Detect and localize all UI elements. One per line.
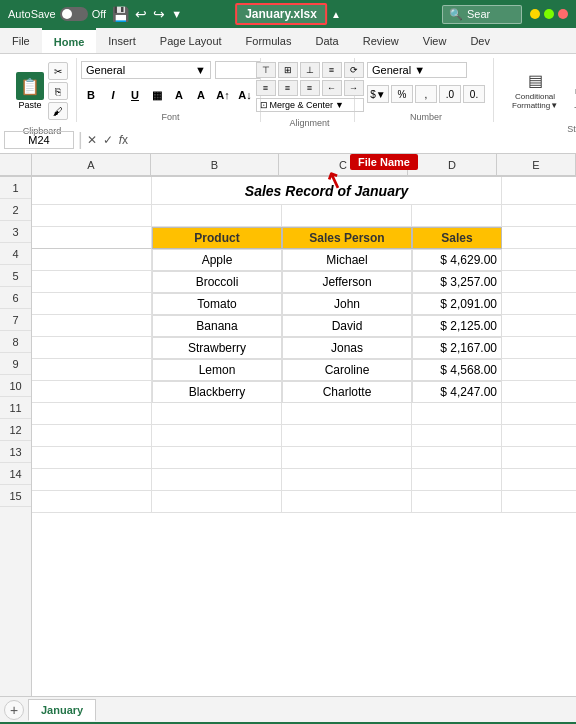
cell-e6[interactable] xyxy=(502,293,576,315)
italic-button[interactable]: I xyxy=(103,86,123,104)
cell-e9[interactable] xyxy=(502,359,576,381)
cell-a8[interactable] xyxy=(32,337,152,359)
cell-a15[interactable] xyxy=(32,491,152,513)
row-header-3[interactable]: 3 xyxy=(0,221,31,243)
row-header-4[interactable]: 4 xyxy=(0,243,31,265)
cell-d11[interactable] xyxy=(412,403,502,425)
cell-a5[interactable] xyxy=(32,271,152,293)
row-header-5[interactable]: 5 xyxy=(0,265,31,287)
cell-d8[interactable]: $ 2,167.00 xyxy=(412,337,502,359)
row-header-1[interactable]: 1 xyxy=(0,177,31,199)
paste-button[interactable]: 📋 Paste xyxy=(16,72,44,110)
cell-a12[interactable] xyxy=(32,425,152,447)
align-left-button[interactable]: ≡ xyxy=(256,80,276,96)
cell-c10[interactable]: Charlotte xyxy=(282,381,412,403)
save-icon[interactable]: 💾 xyxy=(112,6,129,22)
cell-c11[interactable] xyxy=(282,403,412,425)
cell-e3[interactable] xyxy=(502,227,576,249)
fill-color-button[interactable]: A xyxy=(169,86,189,104)
cell-a9[interactable] xyxy=(32,359,152,381)
merge-center-button[interactable]: ⊡ Merge & Center ▼ xyxy=(256,98,364,112)
cell-d7[interactable]: $ 2,125.00 xyxy=(412,315,502,337)
row-header-14[interactable]: 14 xyxy=(0,463,31,485)
align-center-button[interactable]: ≡ xyxy=(278,80,298,96)
dollar-button[interactable]: $▼ xyxy=(367,85,389,103)
customize-icon[interactable]: ▼ xyxy=(171,8,182,20)
cell-b2[interactable] xyxy=(152,205,282,227)
cell-a4[interactable] xyxy=(32,249,152,271)
cell-e15[interactable] xyxy=(502,491,576,513)
cell-a11[interactable] xyxy=(32,403,152,425)
wrap-text-button[interactable]: ≡ xyxy=(322,62,342,78)
font-size-selector[interactable] xyxy=(215,61,260,79)
close-button[interactable] xyxy=(558,9,568,19)
cell-c15[interactable] xyxy=(282,491,412,513)
cell-b8[interactable]: Strawberry xyxy=(152,337,282,359)
insert-function-icon[interactable]: fx xyxy=(119,133,128,147)
cell-e8[interactable] xyxy=(502,337,576,359)
increase-font-button[interactable]: A↑ xyxy=(213,86,233,104)
formula-input[interactable] xyxy=(132,132,572,148)
row-header-6[interactable]: 6 xyxy=(0,287,31,309)
row-header-13[interactable]: 13 xyxy=(0,441,31,463)
number-format-selector[interactable]: General ▼ xyxy=(367,62,467,78)
cell-b5[interactable]: Broccoli xyxy=(152,271,282,293)
cut-button[interactable]: ✂ xyxy=(48,62,68,80)
cell-e2[interactable] xyxy=(502,205,576,227)
cell-c8[interactable]: Jonas xyxy=(282,337,412,359)
tab-data[interactable]: Data xyxy=(303,28,350,53)
row-header-15[interactable]: 15 xyxy=(0,485,31,507)
tab-file[interactable]: File xyxy=(0,28,42,53)
cell-c13[interactable] xyxy=(282,447,412,469)
tab-pagelayout[interactable]: Page Layout xyxy=(148,28,234,53)
tab-home[interactable]: Home xyxy=(42,28,97,53)
cell-c9[interactable]: Caroline xyxy=(282,359,412,381)
cell-e12[interactable] xyxy=(502,425,576,447)
cell-c5[interactable]: Jefferson xyxy=(282,271,412,293)
col-header-c[interactable]: C xyxy=(279,154,408,176)
cell-b10[interactable]: Blackberry xyxy=(152,381,282,403)
cell-a7[interactable] xyxy=(32,315,152,337)
autosave-control[interactable]: AutoSave Off xyxy=(8,7,106,21)
cell-e13[interactable] xyxy=(502,447,576,469)
format-as-table-button[interactable]: ▦ Format asTable▼ xyxy=(568,62,576,118)
cell-b6[interactable]: Tomato xyxy=(152,293,282,315)
row-header-9[interactable]: 9 xyxy=(0,353,31,375)
font-selector[interactable]: General ▼ xyxy=(81,61,211,79)
bold-button[interactable]: B xyxy=(81,86,101,104)
cell-c7[interactable]: David xyxy=(282,315,412,337)
tab-review[interactable]: Review xyxy=(351,28,411,53)
autosave-toggle[interactable] xyxy=(60,7,88,21)
copy-button[interactable]: ⎘ xyxy=(48,82,68,100)
col-header-d[interactable]: D xyxy=(408,154,497,176)
cell-reference-box[interactable]: M24 xyxy=(4,131,74,149)
underline-button[interactable]: U xyxy=(125,86,145,104)
sheet-tab-january[interactable]: January xyxy=(28,699,96,721)
decrease-font-button[interactable]: A↓ xyxy=(235,86,255,104)
redo-icon[interactable]: ↪ xyxy=(153,6,165,22)
cell-d5[interactable]: $ 3,257.00 xyxy=(412,271,502,293)
conditional-formatting-button[interactable]: ▤ ConditionalFormatting▼ xyxy=(506,67,564,114)
comma-button[interactable]: , xyxy=(415,85,437,103)
cell-c3-salesperson[interactable]: Sales Person xyxy=(282,227,412,249)
cell-d3-sales[interactable]: Sales xyxy=(412,227,502,249)
percent-button[interactable]: % xyxy=(391,85,413,103)
cell-b9[interactable]: Lemon xyxy=(152,359,282,381)
border-button[interactable]: ▦ xyxy=(147,86,167,104)
cell-d13[interactable] xyxy=(412,447,502,469)
cell-d14[interactable] xyxy=(412,469,502,491)
cell-e14[interactable] xyxy=(502,469,576,491)
maximize-button[interactable] xyxy=(544,9,554,19)
cell-b11[interactable] xyxy=(152,403,282,425)
row-header-10[interactable]: 10 xyxy=(0,375,31,397)
align-middle-button[interactable]: ⊞ xyxy=(278,62,298,78)
align-top-button[interactable]: ⊤ xyxy=(256,62,276,78)
cell-c6[interactable]: John xyxy=(282,293,412,315)
cell-e10[interactable] xyxy=(502,381,576,403)
cell-e1[interactable] xyxy=(502,177,576,205)
cell-e4[interactable] xyxy=(502,249,576,271)
cell-c2[interactable] xyxy=(282,205,412,227)
cell-b7[interactable]: Banana xyxy=(152,315,282,337)
cell-e11[interactable] xyxy=(502,403,576,425)
cell-b1[interactable]: Sales Record of January xyxy=(152,177,502,205)
